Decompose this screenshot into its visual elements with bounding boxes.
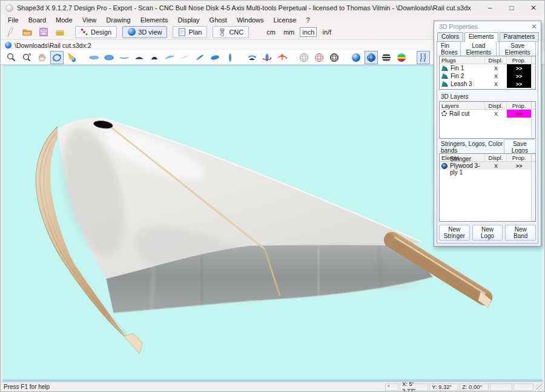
sphere-solid-icon[interactable] (349, 51, 363, 64)
resize-grip[interactable] (536, 384, 543, 391)
plug-name: Leash 3 (451, 81, 472, 87)
board-vertical-icon[interactable] (223, 51, 237, 64)
sphere-grid-icon[interactable] (365, 51, 378, 64)
tab-parameters[interactable]: Parameters (500, 32, 540, 41)
tab-elements[interactable]: Elements (464, 32, 498, 42)
maximize-button[interactable]: □ (501, 1, 523, 15)
design-button[interactable]: Design (75, 26, 117, 38)
menu-help[interactable]: ? (301, 16, 314, 24)
board-front-wide-icon[interactable] (133, 51, 146, 64)
3d-view-button[interactable]: 3D view (122, 26, 167, 38)
window-controls: – □ ✕ (479, 1, 544, 15)
sphere-striped-icon[interactable] (380, 51, 393, 64)
board-front-icon[interactable] (148, 51, 161, 64)
save-logos-button[interactable]: Save Logos (504, 139, 536, 155)
prop-button[interactable]: >> (507, 110, 531, 118)
board-perspective-3-icon[interactable] (193, 51, 206, 64)
menu-view[interactable]: View (78, 16, 102, 24)
menu-display[interactable]: Display (173, 16, 205, 24)
design-label: Design (91, 28, 111, 36)
cnc-button[interactable]: CNC (213, 26, 249, 38)
minimize-button[interactable]: – (479, 1, 501, 15)
menu-license[interactable]: License (269, 16, 302, 24)
app-window: Shape3d X 9.1.2.7 Design Pro - Export - … (0, 0, 545, 392)
menu-mode[interactable]: Mode (51, 16, 78, 24)
plugs-table: Plugs Displ. Prop. Fin 1 X >> Fin 2 (439, 56, 536, 90)
stringers-label: Stringers, Logos, Color bands (439, 141, 504, 154)
new-logo-button[interactable]: New Logo (472, 225, 503, 241)
board-outline-bottom-icon[interactable] (102, 51, 116, 64)
board-perspective-2-icon[interactable] (178, 51, 191, 64)
scrollbar[interactable] (531, 102, 535, 109)
rotate-horizontal-icon[interactable] (260, 51, 274, 64)
unit-mm[interactable]: mm (281, 27, 297, 37)
open-folder-icon[interactable] (21, 26, 34, 38)
document-tab[interactable]: \Downloads\Rail cut.s3dx:2 (5, 42, 91, 49)
unit-in-f[interactable]: in/f (320, 27, 334, 37)
scrollbar[interactable] (531, 154, 535, 161)
close-button[interactable]: ✕ (523, 1, 544, 15)
zoom-window-icon[interactable] (20, 51, 33, 64)
menu-ghost[interactable]: Ghost (205, 16, 232, 24)
tab-label: \Downloads\Rail cut.s3dx:2 (15, 42, 91, 49)
col-layers: Layers (440, 102, 485, 109)
sphere-rainbow-icon[interactable] (395, 51, 408, 64)
menu-drawing[interactable]: Drawing (101, 16, 135, 24)
table-row[interactable]: Leash 3 X >> (440, 80, 531, 88)
board-profile-icon[interactable] (117, 51, 131, 64)
plan-button[interactable]: Plan (173, 26, 207, 38)
unit-cm[interactable]: cm (264, 27, 278, 37)
panel-close-icon[interactable]: ✕ (531, 24, 537, 30)
prop-button[interactable]: >> (507, 64, 531, 72)
table-row[interactable]: Stringer Plywood 3-ply 1 X >> (440, 162, 531, 170)
unit-inch[interactable]: inch (300, 27, 317, 37)
board-perspective-4-icon[interactable] (208, 51, 222, 64)
board-outline-top-icon[interactable] (87, 51, 101, 64)
menu-windows[interactable]: Windows (232, 16, 269, 24)
fin-boxes-row: Fin Boxes Load Elements Save Elements (439, 44, 536, 54)
zoom-in-icon[interactable] (5, 51, 18, 64)
scrollbar[interactable] (531, 56, 535, 64)
light-icon[interactable] (65, 51, 79, 64)
sphere-mesh-icon[interactable] (328, 51, 341, 64)
menu-file[interactable]: File (3, 16, 24, 24)
scrollbar[interactable] (531, 110, 535, 138)
scrollbar[interactable] (531, 162, 535, 221)
curvature-icon[interactable] (417, 51, 430, 64)
table-row[interactable]: Rail cut X >> (440, 110, 531, 118)
displ-flag[interactable]: X (485, 162, 507, 170)
save-elements-button[interactable]: Save Elements (499, 41, 536, 57)
pan-hand-icon[interactable] (35, 51, 48, 64)
col-displ: Displ. (485, 56, 507, 64)
tab-colors[interactable]: Colors (437, 32, 463, 41)
prop-button[interactable]: >> (507, 80, 531, 88)
scale-icon[interactable] (53, 26, 67, 38)
prop-button[interactable]: >> (507, 72, 531, 80)
quill-icon[interactable] (4, 26, 18, 38)
load-elements-button[interactable]: Load Elements (460, 41, 497, 57)
sphere-wireframe-icon[interactable] (297, 51, 311, 64)
menu-board[interactable]: Board (24, 16, 51, 24)
rotate-figure-icon[interactable] (276, 51, 289, 64)
board-perspective-1-icon[interactable] (163, 51, 176, 64)
status-y-coordinate: Y: 9.32" (429, 384, 458, 391)
new-band-button[interactable]: New Band (505, 225, 536, 241)
menu-elements[interactable]: Elements (136, 16, 173, 24)
fin-icon (441, 81, 448, 87)
rotate-3d-icon[interactable] (50, 51, 64, 64)
status-z-coordinate: Z: 0.00" (460, 384, 489, 391)
new-stringer-button[interactable]: New Stringer (439, 225, 470, 241)
scrollbar[interactable] (531, 64, 535, 89)
prop-button[interactable]: >> (507, 162, 531, 170)
sphere-wireframe-red-icon[interactable] (312, 51, 326, 64)
flip-board-icon[interactable] (245, 51, 259, 64)
table-row[interactable]: Fin 2 X >> (440, 72, 531, 80)
displ-flag[interactable]: X (485, 80, 507, 88)
elements-table: Elemts. Displ. Prop. Stringer Plywood 3-… (439, 153, 536, 222)
displ-flag[interactable]: X (485, 64, 507, 72)
col-displ: Displ. (485, 154, 507, 161)
displ-flag[interactable]: X (485, 72, 507, 80)
table-row[interactable]: Fin 1 X >> (440, 64, 531, 72)
displ-flag[interactable]: X (485, 110, 507, 118)
save-icon[interactable] (37, 26, 50, 38)
